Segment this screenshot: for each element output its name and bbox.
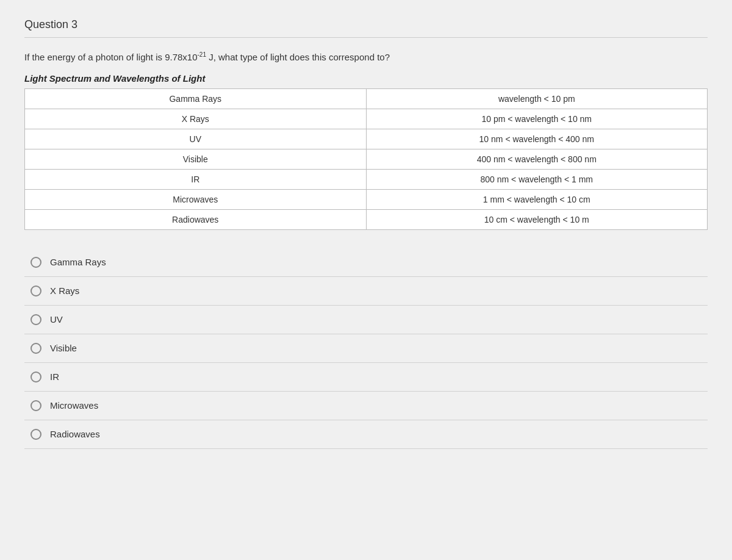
table-row: X Rays10 pm < wavelength < 10 nm [25, 109, 708, 129]
option-row-radiowaves[interactable]: Radiowaves [24, 420, 708, 449]
table-cell-type: Visible [25, 149, 367, 169]
option-row-uv[interactable]: UV [24, 306, 708, 334]
radio-uv[interactable] [30, 314, 41, 325]
table-cell-type: X Rays [25, 109, 367, 129]
spectrum-table: Gamma Rayswavelength < 10 pmX Rays10 pm … [24, 88, 708, 230]
table-cell-wavelength: 10 nm < wavelength < 400 nm [366, 129, 708, 149]
option-label-uv: UV [50, 314, 63, 325]
table-row: IR800 nm < wavelength < 1 mm [25, 169, 708, 189]
option-label-ir: IR [50, 372, 59, 382]
table-cell-wavelength: 400 nm < wavelength < 800 nm [366, 149, 708, 169]
table-row: Visible400 nm < wavelength < 800 nm [25, 149, 708, 169]
option-label-xrays: X Rays [50, 285, 79, 296]
table-cell-wavelength: wavelength < 10 pm [366, 88, 708, 109]
page-container: Question 3 If the energy of a photon of … [0, 0, 732, 560]
table-cell-type: Microwaves [25, 189, 367, 209]
option-label-radiowaves: Radiowaves [50, 429, 100, 439]
table-cell-type: IR [25, 169, 367, 189]
question-exponent: -21 [198, 51, 206, 58]
option-row-xrays[interactable]: X Rays [24, 277, 708, 306]
radio-visible[interactable] [30, 343, 41, 354]
table-title: Light Spectrum and Wavelengths of Light [24, 73, 708, 84]
table-cell-wavelength: 1 mm < wavelength < 10 cm [366, 189, 708, 209]
radio-microwaves[interactable] [30, 400, 41, 411]
question-text-suffix: J, what type of light does this correspo… [206, 52, 390, 62]
table-row: Radiowaves10 cm < wavelength < 10 m [25, 209, 708, 229]
option-row-microwaves[interactable]: Microwaves [24, 392, 708, 420]
radio-ir[interactable] [30, 372, 41, 382]
option-row-gamma[interactable]: Gamma Rays [24, 248, 708, 277]
option-label-visible: Visible [50, 343, 77, 353]
table-row: Gamma Rayswavelength < 10 pm [25, 88, 708, 109]
table-cell-wavelength: 800 nm < wavelength < 1 mm [366, 169, 708, 189]
table-cell-type: Gamma Rays [25, 88, 367, 109]
question-label: Question 3 [24, 18, 708, 38]
options-container: Gamma RaysX RaysUVVisibleIRMicrowavesRad… [24, 248, 708, 449]
table-cell-type: Radiowaves [25, 209, 367, 229]
question-text: If the energy of a photon of light is 9.… [24, 50, 708, 65]
table-cell-wavelength: 10 cm < wavelength < 10 m [366, 209, 708, 229]
option-label-microwaves: Microwaves [50, 400, 98, 411]
option-row-visible[interactable]: Visible [24, 334, 708, 363]
option-row-ir[interactable]: IR [24, 363, 708, 392]
table-cell-type: UV [25, 129, 367, 149]
table-cell-wavelength: 10 pm < wavelength < 10 nm [366, 109, 708, 129]
option-label-gamma: Gamma Rays [50, 257, 106, 267]
radio-gamma[interactable] [30, 257, 41, 268]
radio-radiowaves[interactable] [30, 429, 41, 440]
table-row: Microwaves1 mm < wavelength < 10 cm [25, 189, 708, 209]
question-text-prefix: If the energy of a photon of light is 9.… [24, 52, 198, 62]
radio-xrays[interactable] [30, 285, 41, 296]
table-row: UV10 nm < wavelength < 400 nm [25, 129, 708, 149]
